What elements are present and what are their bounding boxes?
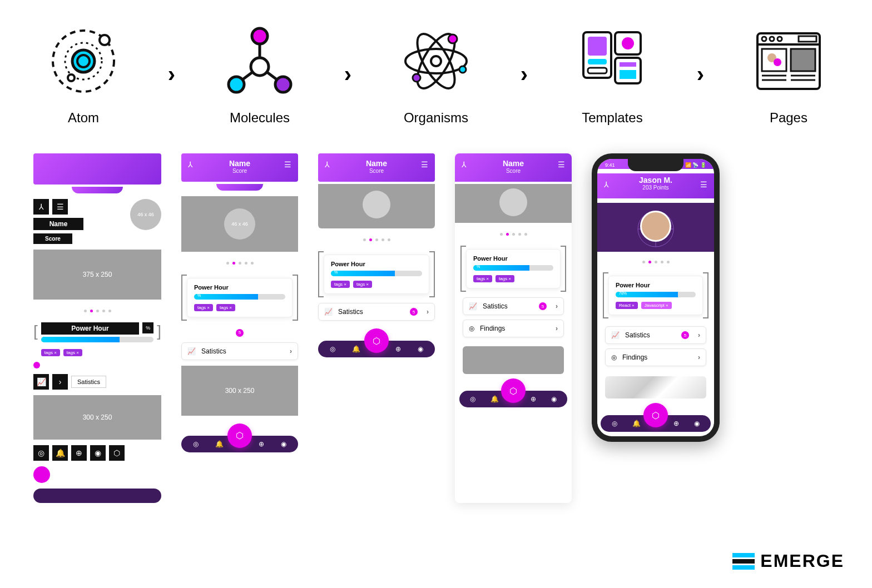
count-badge: 5: [539, 302, 547, 310]
chart-icon: 📈: [33, 374, 49, 390]
menu-icon[interactable]: ☰: [700, 180, 707, 189]
pagination-dots[interactable]: [455, 228, 572, 240]
header-score: Score: [318, 168, 435, 174]
header-notch: [33, 187, 161, 193]
stage-label: Atom: [68, 110, 99, 126]
avatar-placeholder: 46 x 46: [224, 208, 255, 240]
findings-button[interactable]: ◎Findings›: [463, 320, 564, 337]
svg-point-37: [774, 58, 781, 66]
logo-mark: [732, 551, 755, 571]
avatar-placeholder: 46 x 46: [130, 199, 161, 230]
atom-column: ⅄ ☰ Name Score 46 x 46 375 x 250 [ Power…: [33, 153, 161, 503]
chevron-right-icon: ›: [556, 325, 558, 332]
user-icon[interactable]: ◉: [694, 420, 700, 427]
tag-chip[interactable]: React ×: [616, 302, 638, 309]
stats-button[interactable]: 📈Satistics›: [181, 342, 298, 360]
globe-icon[interactable]: ⊕: [395, 345, 401, 353]
power-card-wrapper: Power Hour % tags ×tags ×: [318, 251, 435, 297]
stats-button[interactable]: 📈Satistics5›: [463, 297, 564, 315]
tabbar-shape: [33, 489, 161, 503]
svg-rect-28: [620, 70, 636, 79]
count-badge: 5: [410, 308, 418, 316]
menu-icon[interactable]: ☰: [558, 160, 565, 169]
user-avatar[interactable]: [640, 211, 671, 242]
stats-button[interactable]: 📈Satistics5›: [605, 326, 706, 344]
power-card-wrapper: Power Hour 78% React ×Javascript ×: [603, 272, 708, 318]
stats-label: Satistics: [71, 376, 106, 388]
header-block: [33, 153, 161, 185]
findings-button[interactable]: ◎Findings›: [605, 348, 706, 366]
avatar-placeholder: [499, 188, 527, 216]
tag-chip[interactable]: tags ×: [216, 304, 235, 311]
compass-icon[interactable]: ◎: [193, 440, 199, 448]
pagination-dots[interactable]: [597, 256, 714, 268]
stage-templates: Templates: [573, 22, 651, 126]
tag-chip[interactable]: tags ×: [331, 281, 350, 288]
pct-chip: %: [142, 322, 153, 333]
bell-icon[interactable]: 🔔: [632, 420, 641, 427]
power-card: Power Hour % tags ×tags ×: [324, 255, 429, 294]
header-name: Name: [318, 159, 435, 168]
molecule-icon: [221, 22, 299, 100]
chart-icon: 📈: [324, 308, 333, 316]
app-header: ⅄ Name Score ☰: [181, 153, 298, 182]
powerhour-chip: Power Hour: [41, 322, 139, 335]
count-badge: 5: [681, 331, 689, 339]
tag-chip[interactable]: tags ×: [41, 349, 60, 356]
compass-icon[interactable]: ◎: [470, 395, 475, 403]
tag-chip[interactable]: tags ×: [496, 275, 514, 282]
target-icon: ◎: [469, 325, 474, 332]
bell-icon[interactable]: 🔔: [352, 345, 360, 353]
atom-icon: [44, 22, 122, 100]
pagination-dots[interactable]: [181, 257, 298, 269]
user-icon[interactable]: ◉: [418, 345, 423, 353]
fab-dot[interactable]: [33, 466, 50, 483]
cube-icon[interactable]: ⬡: [109, 445, 125, 461]
bell-icon[interactable]: 🔔: [490, 395, 499, 403]
compass-icon[interactable]: ◎: [330, 345, 335, 353]
power-card: Power Hour % tags ×tags ×: [466, 249, 561, 288]
templates-column: ⅄ Name Score ☰ Power Hour % tags ×tags ×…: [455, 153, 572, 503]
tab-bar: ⬡ ◎🔔.⊕◉: [601, 415, 711, 432]
power-card-wrapper: Power Hour % tags ×tags ×: [460, 246, 566, 292]
pagination-dots[interactable]: [318, 234, 435, 246]
progress-bar: 78%: [616, 292, 696, 297]
tag-chip[interactable]: tags ×: [473, 275, 492, 282]
card-title: Power Hour: [331, 261, 422, 267]
bell-icon[interactable]: 🔔: [52, 445, 68, 461]
tag-chip[interactable]: tags ×: [194, 304, 213, 311]
hero-placeholder: 375 x 250: [33, 250, 161, 300]
menu-icon[interactable]: ☰: [421, 160, 428, 169]
compass-icon[interactable]: ◎: [612, 420, 617, 427]
globe-icon[interactable]: ⊕: [71, 445, 87, 461]
menu-icon[interactable]: ☰: [284, 160, 291, 169]
score-chip: Score: [33, 233, 72, 244]
emerge-logo: EMERGE: [732, 551, 844, 571]
globe-icon[interactable]: ⊕: [531, 395, 536, 403]
organism-icon: [397, 22, 475, 100]
globe-icon[interactable]: ⊕: [259, 440, 264, 448]
tag-chip[interactable]: tags ×: [353, 281, 372, 288]
svg-rect-23: [588, 68, 607, 73]
tag-chip[interactable]: Javascript ×: [641, 302, 672, 309]
power-card-wrapper: Power Hour % tags ×tags ×: [181, 275, 298, 321]
phone-screen: 9:41📶 📡 🔋 ⅄ Jason M. 203 Points ☰: [597, 159, 714, 436]
header-name: Name: [181, 159, 298, 168]
user-icon[interactable]: ◉: [90, 445, 106, 461]
compass-icon[interactable]: ◎: [33, 445, 49, 461]
tag-chip[interactable]: tags ×: [63, 349, 82, 356]
chevron-right-icon: ›: [52, 374, 68, 390]
menu-icon: ☰: [52, 199, 68, 215]
hero-area: [455, 184, 572, 223]
header-score: Score: [455, 168, 572, 174]
content-placeholder: [463, 346, 564, 374]
svg-point-9: [251, 58, 269, 76]
chevron-right-icon: ›: [556, 302, 558, 310]
page-icon: [750, 22, 828, 100]
user-icon[interactable]: ◉: [281, 440, 286, 448]
globe-icon[interactable]: ⊕: [673, 420, 679, 427]
bell-icon[interactable]: 🔔: [215, 440, 224, 448]
svg-rect-21: [588, 37, 607, 56]
stats-button[interactable]: 📈Satistics5›: [318, 303, 435, 321]
user-icon[interactable]: ◉: [551, 395, 557, 403]
